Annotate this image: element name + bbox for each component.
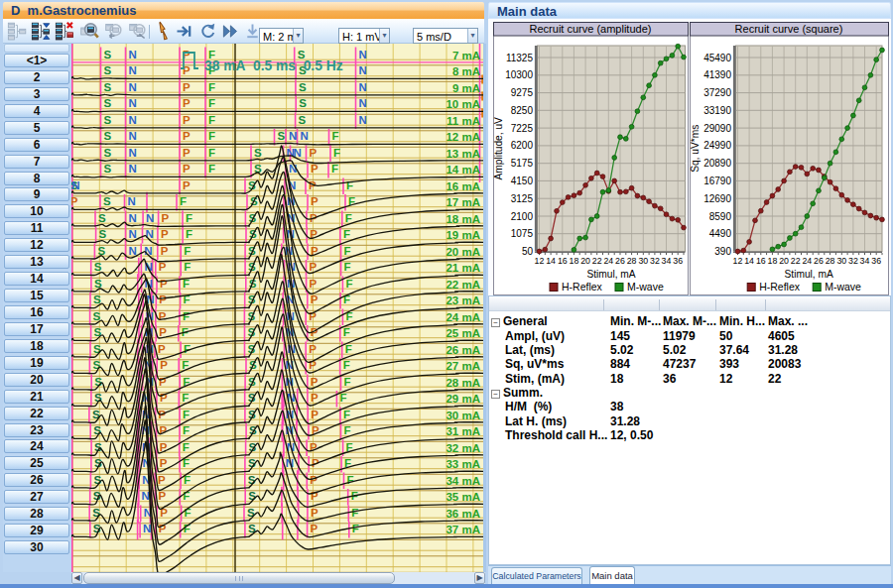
svg-text:F: F (331, 163, 338, 175)
svg-text:S: S (103, 195, 111, 207)
svg-text:F: F (208, 81, 215, 93)
svg-text:21 mA: 21 mA (446, 262, 480, 274)
svg-text:S: S (99, 228, 107, 240)
svg-text:50: 50 (522, 246, 534, 257)
svg-text:14: 14 (546, 256, 556, 266)
svg-text:3125: 3125 (511, 193, 534, 204)
svg-text:Sq, uV*ms: Sq, uV*ms (690, 125, 701, 173)
svg-text:F: F (347, 474, 354, 486)
svg-text:30: 30 (836, 256, 846, 266)
svg-text:P: P (160, 424, 168, 436)
svg-text:N: N (143, 523, 151, 534)
svg-text:N: N (359, 97, 367, 109)
svg-text:30: 30 (638, 256, 648, 266)
svg-text:P: P (159, 294, 167, 305)
svg-text:F: F (343, 409, 350, 420)
svg-text:F: F (343, 326, 350, 338)
svg-text:6200: 6200 (511, 140, 534, 151)
svg-text:N: N (289, 130, 297, 142)
svg-text:N: N (142, 490, 150, 502)
svg-text:22 mA: 22 mA (446, 279, 480, 291)
svg-text:S: S (98, 212, 106, 224)
svg-text:P: P (161, 245, 169, 257)
svg-text:10 mA: 10 mA (446, 98, 480, 110)
svg-text:390: 390 (714, 246, 731, 257)
svg-text:F: F (208, 114, 215, 126)
svg-text:N: N (129, 49, 137, 60)
svg-text:45490: 45490 (703, 53, 731, 63)
svg-text:28: 28 (826, 256, 835, 266)
svg-text:20: 20 (779, 256, 789, 266)
svg-text:29 mA: 29 mA (446, 393, 480, 405)
svg-text:F: F (344, 424, 351, 436)
svg-text:F: F (345, 278, 352, 290)
svg-text:P: P (310, 278, 318, 290)
svg-text:N: N (146, 228, 154, 240)
svg-text:P: P (158, 490, 166, 502)
svg-text:12: 12 (733, 256, 743, 266)
svg-text:S: S (254, 147, 262, 159)
svg-text:P: P (160, 507, 168, 519)
svg-text:20890: 20890 (703, 158, 731, 169)
svg-text:32: 32 (848, 256, 858, 266)
svg-text:F: F (208, 130, 215, 142)
svg-text:36: 36 (673, 256, 683, 266)
svg-text:N: N (129, 228, 137, 240)
svg-text:F: F (208, 147, 215, 159)
svg-text:M-wave: M-wave (627, 281, 664, 293)
svg-text:F: F (180, 195, 187, 207)
svg-text:16790: 16790 (703, 176, 731, 186)
svg-text:38 mA 0.5 ms 0.5 Hz: 38 mA 0.5 ms 0.5 Hz (204, 59, 343, 73)
svg-text:N: N (129, 97, 137, 109)
svg-text:32: 32 (650, 256, 660, 266)
svg-text:N: N (359, 49, 367, 60)
svg-text:P: P (311, 392, 319, 404)
svg-text:P: P (310, 147, 318, 159)
svg-text:Stimul, mA: Stimul, mA (785, 269, 833, 280)
svg-text:S: S (94, 278, 102, 290)
svg-text:12 mA: 12 mA (446, 131, 480, 143)
svg-text:N: N (359, 64, 367, 76)
svg-text:N: N (71, 179, 79, 191)
svg-text:26: 26 (615, 256, 625, 266)
svg-text:S: S (299, 81, 307, 93)
svg-text:F: F (332, 130, 339, 142)
svg-text:P: P (183, 163, 191, 175)
svg-text:4150: 4150 (511, 176, 534, 186)
svg-text:35 mA: 35 mA (446, 491, 480, 503)
svg-text:16 mA: 16 mA (446, 180, 480, 192)
svg-text:5175: 5175 (511, 158, 534, 169)
svg-text:34: 34 (860, 256, 870, 266)
svg-text:P: P (311, 507, 319, 519)
svg-text:F: F (184, 343, 191, 355)
svg-text:16: 16 (558, 256, 568, 266)
svg-text:24990: 24990 (703, 140, 731, 151)
svg-text:20 mA: 20 mA (446, 246, 480, 258)
svg-text:S: S (92, 359, 100, 371)
svg-text:8250: 8250 (511, 105, 534, 116)
svg-text:F: F (186, 228, 192, 240)
svg-text:19 mA: 19 mA (446, 229, 480, 241)
svg-text:Recruit curve (square): Recruit curve (square) (735, 23, 843, 35)
svg-text:P: P (158, 343, 166, 355)
svg-text:28 mA: 28 mA (446, 377, 480, 389)
svg-text:S: S (247, 507, 255, 519)
svg-text:12690: 12690 (703, 193, 731, 204)
svg-text:22: 22 (592, 256, 602, 266)
svg-text:S: S (104, 97, 112, 109)
svg-text:P: P (159, 261, 167, 273)
svg-text:P: P (183, 130, 191, 142)
svg-text:F: F (344, 245, 351, 257)
svg-text:F: F (344, 376, 351, 388)
svg-text:S: S (104, 147, 112, 159)
svg-text:S: S (104, 163, 112, 175)
svg-text:P: P (160, 359, 168, 371)
svg-text:2100: 2100 (511, 211, 534, 222)
svg-text:S: S (104, 64, 112, 76)
svg-text:17 mA: 17 mA (446, 196, 480, 208)
svg-text:18: 18 (570, 256, 579, 266)
svg-text:30 mA: 30 mA (446, 410, 480, 421)
svg-text:S: S (104, 49, 112, 60)
svg-text:S: S (104, 81, 112, 93)
svg-text:M-wave: M-wave (825, 281, 861, 293)
